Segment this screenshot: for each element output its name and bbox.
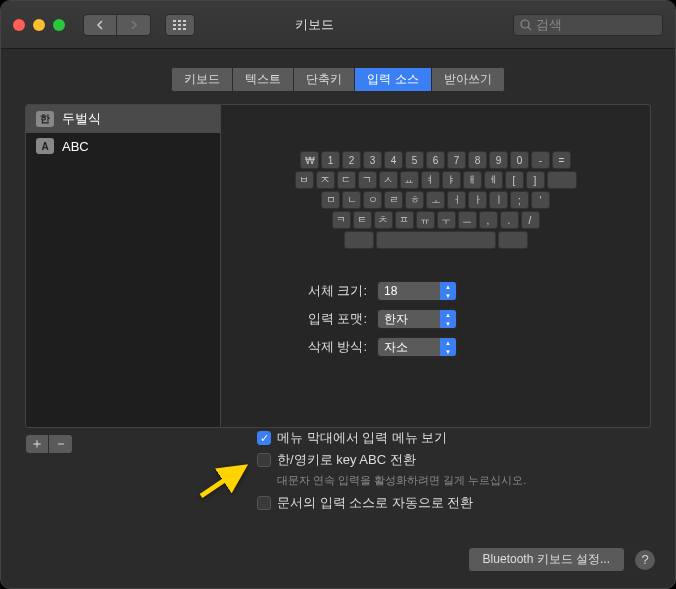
source-row[interactable]: AABC [26,133,220,159]
key: = [552,151,571,169]
svg-point-9 [521,20,529,28]
key: ㅁ [321,191,340,209]
tab-4[interactable]: 받아쓰기 [431,67,505,92]
key: ㅓ [447,191,466,209]
key: ㄹ [384,191,403,209]
search-icon [520,19,532,31]
key: ㅌ [353,211,372,229]
input-format-label: 입력 포맷: [297,310,367,328]
key: 2 [342,151,361,169]
key: ㅂ [295,171,314,189]
search-placeholder: 검색 [536,16,562,34]
remove-source-button[interactable]: － [49,434,73,454]
key: ㅛ [400,171,419,189]
key: ] [526,171,545,189]
spacebar-key [376,231,496,249]
key: 3 [363,151,382,169]
back-button[interactable] [83,14,117,36]
options-group: 메뉴 막대에서 입력 메뉴 보기 한/영키로 key ABC 전환 대문자 연속… [257,429,526,516]
preferences-window: 키보드 검색 키보드텍스트단축키입력 소스받아쓰기 한두벌식AABC ₩1234… [0,0,676,589]
maximize-button[interactable] [53,19,65,31]
source-row[interactable]: 한두벌식 [26,105,220,133]
key: / [521,211,540,229]
key: ' [531,191,550,209]
tab-2[interactable]: 단축키 [293,67,354,92]
key: ㅗ [426,191,445,209]
key: ㅍ [395,211,414,229]
toggle-abc-label: 한/영키로 key ABC 전환 [277,451,416,469]
input-format-select[interactable]: 한자 ▲▼ [377,309,457,329]
source-badge-icon: A [36,138,54,154]
content-area: 한두벌식AABC ₩1234567890-=ㅂㅈㄷㄱㅅㅛㅕㅑㅐㅔ[]ㅁㄴㅇㄹㅎㅗ… [1,92,675,428]
auto-switch-label: 문서의 입력 소스로 자동으로 전환 [277,494,473,512]
key [344,231,374,249]
key: 5 [405,151,424,169]
key: ㅡ [458,211,477,229]
titlebar: 키보드 검색 [1,1,675,49]
stepper-icon: ▲▼ [440,338,456,356]
auto-switch-checkbox[interactable] [257,496,271,510]
key: ㄴ [342,191,361,209]
key: 1 [321,151,340,169]
key: ㄷ [337,171,356,189]
input-source-list[interactable]: 한두벌식AABC [25,104,221,428]
source-badge-icon: 한 [36,111,54,127]
key: [ [505,171,524,189]
key: ㅏ [468,191,487,209]
key: ㅔ [484,171,503,189]
annotation-arrow [196,461,256,504]
key: ㄱ [358,171,377,189]
tab-bar: 키보드텍스트단축키입력 소스받아쓰기 [1,67,675,92]
key: ₩ [300,151,319,169]
tab-1[interactable]: 텍스트 [232,67,293,92]
bluetooth-settings-button[interactable]: Bluetooth 키보드 설정... [468,547,625,572]
key: 0 [510,151,529,169]
key: ㅣ [489,191,508,209]
key: ㅇ [363,191,382,209]
key: ㅅ [379,171,398,189]
key: ㅠ [416,211,435,229]
source-settings: 서체 크기: 18 ▲▼ 입력 포맷: 한자 ▲▼ 삭제 방식: [237,281,634,365]
tab-3[interactable]: 입력 소스 [354,67,430,92]
key: ; [510,191,529,209]
source-detail-pane: ₩1234567890-=ㅂㅈㄷㄱㅅㅛㅕㅑㅐㅔ[]ㅁㄴㅇㄹㅎㅗㅓㅏㅣ;'ㅋㅌㅊㅍ… [221,104,651,428]
svg-line-11 [201,467,244,496]
key: ㅜ [437,211,456,229]
key: ㅐ [463,171,482,189]
key: ㅎ [405,191,424,209]
search-field[interactable]: 검색 [513,14,663,36]
key: - [531,151,550,169]
show-menu-checkbox[interactable] [257,431,271,445]
tab-0[interactable]: 키보드 [171,67,232,92]
window-controls [13,19,65,31]
font-size-label: 서체 크기: [297,282,367,300]
key: 6 [426,151,445,169]
key: , [479,211,498,229]
source-label: 두벌식 [62,110,101,128]
key [498,231,528,249]
stepper-icon: ▲▼ [440,310,456,328]
key: 9 [489,151,508,169]
key: . [500,211,519,229]
add-source-button[interactable]: ＋ [25,434,49,454]
delete-mode-label: 삭제 방식: [297,338,367,356]
close-button[interactable] [13,19,25,31]
help-button[interactable]: ? [635,550,655,570]
svg-line-10 [528,27,531,30]
toggle-abc-checkbox[interactable] [257,453,271,467]
keyboard-preview: ₩1234567890-=ㅂㅈㄷㄱㅅㅛㅕㅑㅐㅔ[]ㅁㄴㅇㄹㅎㅗㅓㅏㅣ;'ㅋㅌㅊㅍ… [276,151,596,251]
key: ㅑ [442,171,461,189]
key: 4 [384,151,403,169]
key: ㅋ [332,211,351,229]
source-label: ABC [62,139,89,154]
key: ㅊ [374,211,393,229]
font-size-select[interactable]: 18 ▲▼ [377,281,457,301]
key: ㅕ [421,171,440,189]
delete-mode-select[interactable]: 자소 ▲▼ [377,337,457,357]
key: ㅈ [316,171,335,189]
stepper-icon: ▲▼ [440,282,456,300]
window-title: 키보드 [123,16,505,34]
key: 8 [468,151,487,169]
minimize-button[interactable] [33,19,45,31]
key: 7 [447,151,466,169]
